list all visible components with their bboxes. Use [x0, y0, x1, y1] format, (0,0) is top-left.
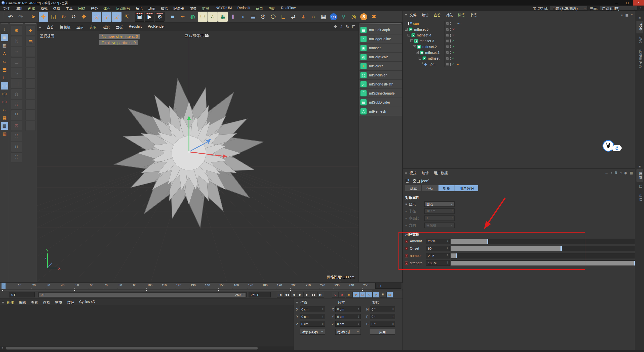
menubar-item-1[interactable]: 编辑	[13, 6, 25, 11]
material-menu-6[interactable]: Cycles 4D	[77, 300, 98, 305]
node-space-select[interactable]: 当前 (标准/物理)	[550, 6, 588, 11]
spline-pen-icon[interactable]: ✒	[178, 12, 187, 22]
xpresso-tag-icon[interactable]: ⁘⁘	[457, 22, 462, 25]
visibility-dots[interactable]	[450, 28, 451, 31]
render-dot[interactable]	[450, 24, 451, 25]
userdata-keyframe-icon[interactable]	[405, 247, 408, 250]
target-icon[interactable]: ◎	[349, 12, 358, 22]
minimize-button[interactable]: —	[611, 0, 622, 6]
side-tab-内容浏览器[interactable]: 内容浏览器	[636, 47, 643, 71]
palette-item-mtPolyScale[interactable]: ◰mtPolyScale	[359, 53, 402, 62]
menubar-item-20[interactable]: RealFlow	[278, 6, 298, 11]
render-dot[interactable]	[450, 47, 451, 48]
redo-icon[interactable]: ↷	[16, 12, 25, 22]
coord-field-尺寸-Z[interactable]: 0 cm	[335, 321, 361, 327]
tree-row-con[interactable]: └con⁘⁘	[403, 21, 635, 26]
userdata-slider-strength[interactable]	[451, 260, 635, 266]
coord-field-旋转-B[interactable]: 0 °	[370, 321, 395, 327]
drop-to-floor-icon[interactable]: ⤓	[299, 12, 308, 22]
menubar-item-19[interactable]: 帮助	[266, 6, 278, 11]
visibility-dots[interactable]	[450, 39, 451, 42]
x-axis-lock-icon[interactable]: Ⓧ	[92, 12, 101, 22]
menubar-item-0[interactable]: 文件	[0, 6, 13, 11]
userdata-slider-number[interactable]	[451, 253, 635, 258]
palette-item-mtEdgeSpline[interactable]: ◔mtEdgeSpline	[359, 34, 402, 43]
maximize-view-icon[interactable]: ⊡	[352, 24, 355, 29]
ime-language-badge[interactable]: 英	[612, 145, 622, 151]
material-menu-icon[interactable]: ≡	[2, 300, 4, 304]
coord-mode-select-0[interactable]: 对象 (相对)	[300, 329, 325, 335]
editor-dot[interactable]	[450, 34, 451, 35]
palette-drag-handle[interactable]	[360, 23, 401, 25]
frame-range-slider[interactable]: 0 F 250 F	[38, 292, 247, 297]
cloner-icon[interactable]: ∴	[208, 12, 218, 22]
move-axis-icon[interactable]: ✥	[79, 12, 89, 22]
menubar-item-17[interactable]: Redshift	[234, 6, 253, 11]
attribute-menu-0[interactable]: 模式	[407, 170, 419, 175]
swap-icon[interactable]: ⇅	[11, 36, 22, 46]
workplane-icon[interactable]: ∟	[278, 12, 288, 22]
rotate-tool-icon[interactable]: ↻	[59, 12, 68, 22]
selection-ring-icon[interactable]: ◌	[309, 12, 318, 22]
side-tab-对象[interactable]: 对象	[636, 21, 643, 33]
visibility-dots[interactable]	[450, 34, 451, 37]
workplane-lock-icon[interactable]: ▩	[1, 122, 8, 130]
generator-icon[interactable]: ⬚	[198, 12, 208, 22]
visibility-dots[interactable]	[450, 63, 451, 66]
menubar-item-16[interactable]: INSYDIUM	[212, 6, 234, 11]
model-mode-icon[interactable]: ■	[1, 34, 8, 41]
userdata-value-field[interactable]: 100 %	[426, 260, 450, 266]
material-scrollbar-thumb[interactable]	[6, 347, 258, 349]
coord-system-icon[interactable]: ⇱	[122, 12, 132, 22]
lock-icon[interactable]: ⌂	[620, 171, 622, 175]
generator-enabled-check[interactable]: ✓	[452, 45, 456, 49]
autokey-button[interactable]: ◉	[339, 292, 345, 298]
viewport-3d-scene[interactable]: YXZ	[37, 31, 358, 282]
render-view-icon[interactable]: ▣	[135, 12, 144, 22]
viewport-menu-3[interactable]: 选项	[87, 24, 100, 29]
render-dot[interactable]	[450, 53, 451, 54]
userdata-keyframe-icon[interactable]	[405, 261, 408, 265]
render-picture-viewer-icon[interactable]: ▶	[145, 12, 154, 22]
dolly-view-icon[interactable]: ⇕	[340, 24, 343, 29]
palette-item-mtSplineSample[interactable]: ⌒mtSplineSample	[359, 89, 402, 98]
menubar-item-12[interactable]: 模拟	[158, 6, 171, 11]
object-manager-menu-4[interactable]: 标签	[455, 12, 467, 17]
viewport-menu-1[interactable]: 摄像机	[57, 24, 73, 29]
material-menu-4[interactable]: 材质	[53, 300, 65, 305]
tree-row-宝石[interactable]: └◆宝石✓●●	[403, 61, 635, 67]
dots-eye-icon[interactable]: ⠿	[11, 152, 22, 162]
side-tab-层[interactable]: 层	[636, 182, 643, 191]
record-scale-button[interactable]: ◱	[359, 292, 366, 298]
material-scrollbar[interactable]: ≡	[0, 346, 294, 350]
tree-row-mtInset.4[interactable]: −mtInset.4✕	[403, 32, 635, 38]
y-axis-lock-icon[interactable]: Ⓨ	[102, 12, 111, 22]
coord-field-尺寸-X[interactable]: 0 cm	[335, 306, 361, 312]
timeline-frame-field[interactable]: 0 F	[375, 283, 401, 289]
collapse-icon[interactable]: ˅	[631, 13, 633, 17]
pan-view-icon[interactable]: ✥	[334, 24, 337, 29]
dots-up-icon[interactable]: ⠿	[11, 131, 22, 141]
visibility-dots[interactable]	[450, 45, 451, 48]
enable-snap-icon[interactable]: Ⓢ	[1, 82, 8, 90]
tab-基本[interactable]: 基本	[405, 185, 421, 191]
side-tab-属性[interactable]: 属性	[636, 169, 643, 182]
viewport-menu-5[interactable]: 面板	[113, 24, 126, 29]
tree-row-mtInset.5[interactable]: −mtInset.5✕	[403, 26, 635, 32]
palette-item-mtDualGraph[interactable]: ▦mtDualGraph	[359, 25, 402, 34]
rotate-view-icon[interactable]: ↻	[346, 24, 349, 29]
leftcol3-drag-handle[interactable]	[25, 23, 36, 25]
expander-icon[interactable]: −	[419, 57, 421, 60]
tab-用户数据[interactable]: 用户数据	[455, 185, 478, 191]
focus-icon[interactable]: ◉	[624, 171, 627, 175]
scale-tool-icon[interactable]: ◱	[49, 12, 58, 22]
viewport-canvas[interactable]: YXZ透视视图 Number of emitters: 0 Total live…	[37, 31, 358, 282]
viewport-menu-4[interactable]: 过滤	[100, 24, 113, 29]
palette-item-mtSelect[interactable]: ▲mtSelect	[359, 62, 402, 71]
prev-key-button[interactable]: ◀◀	[284, 292, 290, 298]
menubar-item-14[interactable]: 渲染	[187, 6, 199, 11]
generator-enabled-check[interactable]: ✓	[452, 39, 456, 43]
side-tab-场次[interactable]: 场次	[636, 34, 643, 47]
goto-end-button[interactable]: ▶|	[317, 292, 324, 298]
userdata-keyframe-icon[interactable]	[405, 240, 408, 243]
